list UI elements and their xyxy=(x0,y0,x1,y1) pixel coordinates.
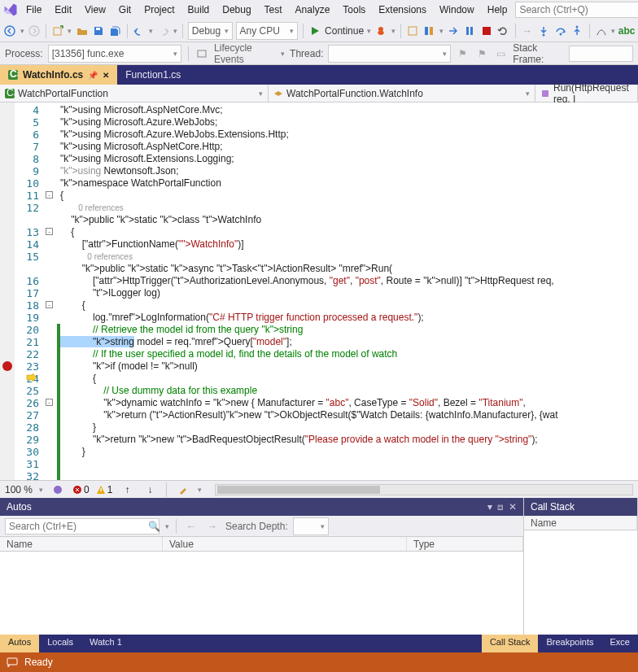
tool-c-icon[interactable] xyxy=(595,23,609,39)
global-search-input[interactable] xyxy=(515,2,638,18)
autos-body[interactable] xyxy=(0,552,523,635)
process-label: Process: xyxy=(5,48,43,59)
flag2-icon: ⚑ xyxy=(474,46,489,62)
brush-icon[interactable] xyxy=(175,482,191,498)
continue-icon[interactable] xyxy=(308,23,322,39)
menu-debug[interactable]: Debug xyxy=(217,2,256,17)
continue-label[interactable]: Continue xyxy=(325,25,364,37)
step-next-icon[interactable] xyxy=(447,23,461,39)
nav-fwd-icon xyxy=(28,23,42,39)
autos-panel: Autos ▾⧈✕ 🔍▾ ← → Search Depth: ▾ Name Va… xyxy=(0,498,524,635)
error-count[interactable]: 0 xyxy=(72,484,90,495)
menu-test[interactable]: Test xyxy=(260,2,287,17)
ptab-exce[interactable]: Exce xyxy=(602,635,638,652)
nav-scope[interactable]: C# WatchPortalFunction▾ xyxy=(0,85,269,102)
status-text: Ready xyxy=(24,657,53,668)
callstack-title[interactable]: Call Stack xyxy=(524,498,637,516)
menu-git[interactable]: Git xyxy=(114,2,136,17)
status-bar: Ready xyxy=(0,652,638,672)
nav-member[interactable]: Run(HttpRequest req, I xyxy=(535,85,638,102)
warning-count[interactable]: 1 xyxy=(96,484,113,495)
fold-gutter[interactable]: ---- xyxy=(44,103,57,480)
pin-icon[interactable]: 📌 xyxy=(88,71,98,80)
panel-pin-icon[interactable]: ⧈ xyxy=(497,501,504,513)
menu-tools[interactable]: Tools xyxy=(338,2,370,17)
tab-function1[interactable]: Function1.cs xyxy=(117,65,189,85)
menu-analyze[interactable]: Analyze xyxy=(291,2,335,17)
tab-watchinfo[interactable]: C# WatchInfo.cs 📌 ✕ xyxy=(0,65,117,85)
autos-toolbar: 🔍▾ ← → Search Depth: ▾ xyxy=(0,516,523,537)
ptab-locals[interactable]: Locals xyxy=(39,635,81,652)
panel-dropdown-icon[interactable]: ▾ xyxy=(487,501,492,513)
nav-down-icon[interactable]: ↓ xyxy=(142,482,158,498)
stackframe-combo[interactable] xyxy=(569,46,633,62)
stop-icon[interactable] xyxy=(480,23,494,39)
breakpoint-icon[interactable] xyxy=(2,361,12,371)
ptab-callstack[interactable]: Call Stack xyxy=(482,635,539,652)
step-out-icon[interactable] xyxy=(570,23,584,39)
restart-icon[interactable] xyxy=(496,23,510,39)
code-nav-bar: C# WatchPortalFunction▾ WatchPortalFunct… xyxy=(0,85,638,103)
autos-title[interactable]: Autos ▾⧈✕ xyxy=(0,498,523,516)
svg-point-1 xyxy=(29,26,39,36)
col-name[interactable]: Name xyxy=(524,516,637,530)
nav-class[interactable]: WatchPortalFunction.WatchInfo▾ xyxy=(269,85,535,102)
lifecycle-label[interactable]: Lifecycle Events xyxy=(214,42,276,65)
search-icon[interactable]: 🔍 xyxy=(148,521,160,532)
panel-close-icon[interactable]: ✕ xyxy=(509,501,517,513)
editor-status-bar: 100 % ▾ 0 1 ↑ ↓ ▾ xyxy=(0,480,638,498)
breakpoint-gutter[interactable] xyxy=(0,103,15,480)
col-type[interactable]: Type xyxy=(407,537,523,551)
open-file-icon[interactable] xyxy=(75,23,89,39)
feedback-icon[interactable] xyxy=(7,657,18,668)
hot-reload-icon[interactable] xyxy=(374,23,388,39)
menu-window[interactable]: Window xyxy=(435,2,479,17)
bottom-tool-panels: Autos ▾⧈✕ 🔍▾ ← → Search Depth: ▾ Name Va… xyxy=(0,498,638,635)
col-value[interactable]: Value xyxy=(163,537,407,551)
nav-back-icon[interactable] xyxy=(3,23,17,39)
ptab-breakpoints[interactable]: Breakpoints xyxy=(538,635,601,652)
main-toolbar: ▾ ▾ ▾ ▾ Debug▾ Any CPU▾ Continue ▾ ▾ ▾ →… xyxy=(0,20,638,42)
save-all-icon[interactable] xyxy=(109,23,123,39)
nav-up-icon[interactable]: ↑ xyxy=(119,482,135,498)
code-content[interactable]: "k">using Microsoft.AspNetCore.Mvc;"k">u… xyxy=(60,103,638,480)
menu-extensions[interactable]: Extensions xyxy=(374,2,431,17)
process-combo[interactable]: [31356] func.exe▾ xyxy=(48,45,181,63)
col-name[interactable]: Name xyxy=(0,537,163,551)
zoom-level[interactable]: 100 % xyxy=(5,484,33,495)
svg-rect-3 xyxy=(96,28,100,30)
new-item-icon[interactable] xyxy=(51,23,65,39)
save-icon[interactable] xyxy=(92,23,106,39)
menu-build[interactable]: Build xyxy=(183,2,215,17)
health-icon[interactable] xyxy=(50,482,66,498)
menu-view[interactable]: View xyxy=(80,2,111,17)
depth-combo[interactable]: ▾ xyxy=(293,517,329,535)
callstack-columns: Name xyxy=(524,516,637,530)
menu-project[interactable]: Project xyxy=(139,2,179,17)
close-icon[interactable]: ✕ xyxy=(103,71,109,80)
undo-icon[interactable] xyxy=(133,23,146,39)
tool-a-icon[interactable] xyxy=(405,23,419,39)
code-editor[interactable]: 4567891011121314151617181920212223242526… xyxy=(0,103,638,480)
autos-search-input[interactable] xyxy=(5,518,160,535)
step-into-icon[interactable] xyxy=(537,23,551,39)
pause-icon[interactable] xyxy=(463,23,477,39)
platform-combo[interactable]: Any CPU▾ xyxy=(236,22,298,40)
svg-point-10 xyxy=(543,33,545,36)
tab-label: Function1.cs xyxy=(125,69,181,81)
callstack-body[interactable] xyxy=(524,530,637,635)
menu-help[interactable]: Help xyxy=(483,2,513,17)
svg-rect-6 xyxy=(430,27,433,35)
config-combo[interactable]: Debug▾ xyxy=(188,22,233,40)
horizontal-scrollbar[interactable] xyxy=(215,484,633,495)
step-over-icon[interactable] xyxy=(554,23,568,39)
tool-b-icon[interactable] xyxy=(422,23,436,39)
ptab-watch1[interactable]: Watch 1 xyxy=(81,635,130,652)
menu-edit[interactable]: Edit xyxy=(50,2,76,17)
thread-combo[interactable]: ▾ xyxy=(328,45,450,63)
ptab-autos[interactable]: Autos xyxy=(0,635,39,652)
tool-d-icon[interactable]: abc xyxy=(618,23,635,39)
lifecycle-icon[interactable] xyxy=(195,46,210,62)
stackframe-label: Stack Frame: xyxy=(513,42,564,65)
menu-file[interactable]: File xyxy=(21,2,46,17)
